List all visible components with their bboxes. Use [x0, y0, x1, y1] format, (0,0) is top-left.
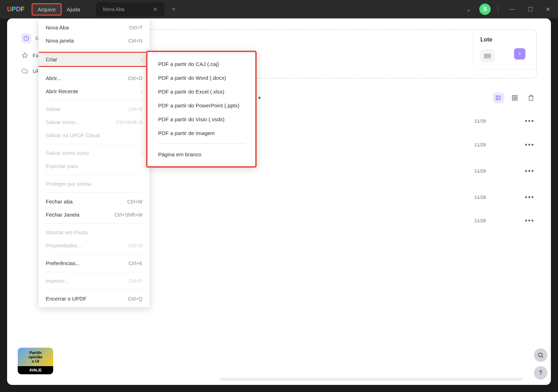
submenu-item[interactable]: PDF a partir do PowerPoint (.pptx): [147, 99, 255, 112]
menu-item-label: Imprimir...: [46, 278, 69, 284]
close-window-icon[interactable]: ✕: [541, 3, 554, 16]
close-icon[interactable]: ✕: [153, 6, 157, 13]
submenu-item[interactable]: PDF a partir de Imagem: [147, 126, 255, 140]
submenu-item[interactable]: PDF a partir do CAJ (.caj): [147, 57, 255, 71]
menu-item-label: Nova Aba: [46, 24, 69, 30]
menu-separator: [45, 175, 143, 175]
chevron-down-icon: ▾: [258, 95, 261, 101]
file-date: 11/29: [474, 168, 517, 174]
svg-rect-2: [485, 54, 490, 58]
create-submenu: PDF a partir do CAJ (.caj)PDF a partir d…: [146, 51, 257, 168]
chevron-right-icon: ›: [141, 164, 143, 169]
menu-item-label: Abrir Recente: [46, 88, 78, 94]
maximize-icon[interactable]: ☐: [524, 3, 537, 16]
menu-item[interactable]: Nova AbaCtrl+T: [39, 21, 150, 34]
promo-cta: AVALIE: [18, 366, 53, 374]
window-controls: ⌄ S — ☐ ✕: [462, 3, 554, 16]
menu-item: SalvarCtrl+S: [39, 102, 150, 116]
menu-item: Mostrar em Pasta: [39, 226, 150, 239]
menu-shortcut: Ctrl+K: [129, 261, 143, 266]
trash-icon[interactable]: [525, 92, 537, 103]
submenu-item[interactable]: PDF a partir do Word (.docx): [147, 71, 255, 85]
menu-item-label: Fechar aba: [46, 198, 73, 205]
menu-item: Proteger por senha›: [39, 177, 150, 190]
menu-item-label: Fechar Janela: [46, 212, 79, 218]
batch-icon[interactable]: [480, 49, 495, 62]
menu-shortcut: Ctrl+P: [129, 278, 143, 284]
batch-card: Lote: [473, 29, 537, 69]
menu-item: Propriedades...Ctrl+D: [39, 239, 150, 252]
file-row[interactable]: MB 11/28 •••: [85, 210, 537, 231]
menu-shortcut: Ctrl+N: [128, 38, 143, 44]
menu-help[interactable]: Ajuda: [62, 4, 85, 15]
menu-item-label: Criar: [46, 56, 57, 62]
svg-point-15: [539, 353, 542, 357]
menu-item-label: Exportar para: [46, 163, 78, 169]
submenu-item[interactable]: PDF a partir do Excel (.xlsx): [147, 85, 255, 99]
list-view-icon[interactable]: [493, 92, 504, 103]
svg-rect-13: [512, 99, 514, 100]
menu-item-label: Proteger por senha: [46, 181, 91, 187]
clock-icon: [21, 33, 31, 43]
search-button[interactable]: [534, 348, 547, 362]
menu-separator: [45, 49, 143, 50]
cloud-icon: [21, 67, 28, 74]
chevron-right-icon: ›: [141, 57, 143, 62]
more-icon[interactable]: •••: [523, 167, 537, 175]
menu-item[interactable]: Nova janelaCtrl+N: [39, 34, 150, 47]
svg-rect-8: [496, 99, 498, 100]
menu-item[interactable]: Abrir...Ctrl+O: [39, 72, 150, 85]
menu-item-label: Preferências...: [46, 260, 80, 266]
svg-rect-14: [515, 99, 517, 100]
menu-separator: [45, 100, 143, 100]
scrollbar[interactable]: [220, 378, 523, 381]
menu-shortcut: Ctrl+O: [128, 75, 143, 81]
promo-text: Partilh opinião o UI: [18, 348, 53, 366]
view-toggle: [493, 92, 537, 103]
svg-rect-5: [496, 96, 498, 97]
chevron-right-icon: ›: [141, 151, 143, 156]
chevron-down-icon[interactable]: ⌄: [462, 3, 475, 16]
menu-separator: [45, 69, 143, 69]
menu-item[interactable]: Encerrar o UPDFCtrl+Q: [39, 292, 150, 305]
file-row[interactable]: be Campaign Contract 50 KB 11/28 •••: [85, 184, 537, 210]
menu-item-label: Mostrar em Pasta: [46, 229, 88, 235]
more-icon[interactable]: •••: [523, 117, 537, 125]
add-tab-icon[interactable]: +: [172, 5, 176, 13]
more-icon[interactable]: •••: [523, 141, 537, 149]
file-menu-dropdown: Nova AbaCtrl+TNova janelaCtrl+NCriar›Abr…: [38, 18, 150, 308]
menu-item: Salvar na UPDF Cloud: [39, 129, 150, 142]
menu-item-label: Encerrar o UPDF: [46, 296, 87, 302]
menu-item[interactable]: Fechar abaCtrl+W: [39, 195, 150, 208]
star-icon: [21, 52, 28, 59]
menu-item-label: Propriedades...: [46, 242, 82, 248]
menu-file[interactable]: Arquivo: [32, 3, 62, 16]
batch-title: Lote: [480, 37, 529, 43]
menu-item[interactable]: Preferências...Ctrl+K: [39, 257, 150, 270]
menu-separator: [157, 144, 245, 144]
help-button[interactable]: ?: [534, 366, 547, 380]
more-icon[interactable]: •••: [523, 217, 537, 225]
menu-item: Salvar como...Ctrl+Shift+S: [39, 116, 150, 129]
avatar[interactable]: S: [479, 4, 491, 15]
minimize-icon[interactable]: —: [505, 3, 519, 15]
menu-separator: [45, 290, 143, 290]
tab-new[interactable]: Nova Aba ✕: [96, 2, 164, 16]
more-icon[interactable]: •••: [523, 193, 537, 201]
menu-item[interactable]: Fechar JanelaCtrl+Shift+W: [39, 208, 150, 221]
file-date: 11/28: [474, 218, 517, 223]
menu-shortcut: Ctrl+T: [129, 25, 143, 30]
submenu-item[interactable]: PDF a partir do Visio (.vsdx): [147, 112, 255, 126]
menu-item-label: Abrir...: [46, 75, 61, 81]
menu-item[interactable]: Abrir Recente›: [39, 85, 150, 98]
submenu-item[interactable]: Página em branco: [147, 147, 255, 161]
menu-item[interactable]: Criar›: [38, 52, 150, 67]
file-date: 11/29: [474, 118, 517, 124]
menu-item: Imprimir...Ctrl+P: [39, 274, 150, 287]
menu-shortcut: Ctrl+S: [129, 106, 143, 112]
promo-card[interactable]: Partilh opinião o UI AVALIE: [18, 348, 53, 374]
menu-separator: [45, 254, 143, 254]
grid-view-icon[interactable]: [509, 92, 520, 103]
file-date: 11/29: [474, 142, 517, 147]
titlebar: UPDF Arquivo Ajuda Nova Aba ✕ + ⌄ S — ☐ …: [0, 0, 558, 18]
